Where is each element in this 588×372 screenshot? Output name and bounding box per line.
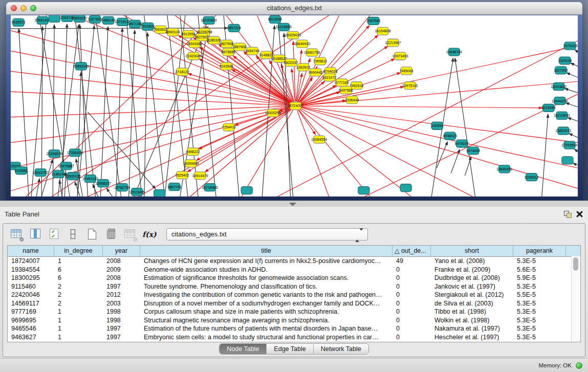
network-node[interactable]: 1362615 [296, 63, 310, 71]
table-row[interactable]: 1872400712008Changes of HCN gene express… [8, 257, 580, 266]
network-node[interactable]: 2336444 [345, 96, 359, 104]
network-node[interactable]: 20853346 [73, 62, 89, 70]
panel-divider[interactable] [0, 201, 588, 207]
network-node[interactable]: 7254410 [222, 123, 236, 131]
network-node[interactable]: 9498222 [186, 148, 200, 156]
table-row[interactable]: 969969511998Structural magnetic resonanc… [8, 316, 580, 325]
network-node[interactable] [358, 187, 369, 194]
network-node[interactable]: 10653287 [72, 15, 88, 22]
table-row[interactable]: 977716911998Corpus callosum shape and si… [8, 308, 580, 316]
network-node[interactable]: 16033809 [201, 16, 216, 24]
network-node[interactable]: 18724007 [288, 102, 303, 110]
network-node[interactable]: 9990442 [309, 69, 322, 76]
table-mode-button[interactable]: ⚙ [10, 227, 23, 242]
network-node[interactable]: 9777169 [335, 79, 349, 86]
network-node[interactable]: 9435572 [11, 18, 25, 26]
network-node[interactable]: 16961758 [304, 49, 320, 56]
table-row[interactable]: 1938455462009Genome-wide association stu… [8, 266, 580, 274]
tab-edge-table[interactable]: Edge Table [267, 344, 313, 354]
network-node[interactable]: 16648784 [446, 48, 462, 56]
network-node[interactable]: 12093832 [551, 83, 567, 91]
divider-collapse-handle[interactable] [289, 203, 296, 206]
network-graph[interactable]: 9435572206914062093714106532871327602646… [11, 15, 578, 196]
network-node[interactable]: 7515526 [141, 23, 155, 30]
table-row[interactable]: 946554611997Estimation of the future num… [8, 324, 580, 333]
network-node[interactable]: 16782759 [114, 184, 130, 191]
network-node[interactable]: 8186328 [207, 36, 221, 44]
network-node[interactable]: 1329196 [558, 57, 572, 64]
network-node[interactable]: 18325419 [285, 31, 301, 39]
network-node[interactable]: 140954 [431, 122, 443, 129]
network-node[interactable]: 18300295 [265, 109, 281, 117]
network-node[interactable]: 2718120 [175, 68, 189, 76]
network-node[interactable]: 16210643 [554, 112, 570, 119]
network-node[interactable]: 12444154 [552, 97, 568, 105]
column-header-year[interactable]: year [103, 246, 140, 256]
column-header-out_degree[interactable]: △ out_de... [393, 246, 431, 256]
function-builder-button[interactable]: f(x) [142, 227, 156, 242]
network-node[interactable]: 7625402 [175, 171, 189, 179]
network-node[interactable]: 16099489 [183, 160, 199, 167]
network-node[interactable]: 8938923 [443, 132, 457, 140]
network-node[interactable]: 19384554 [311, 136, 327, 143]
network-node[interactable]: 20691406 [35, 16, 51, 24]
scrollbar-thumb[interactable] [573, 257, 578, 271]
create-column-button[interactable] [67, 227, 80, 242]
network-node[interactable]: 19218586 [276, 23, 292, 31]
tab-node-table[interactable]: Node Table [220, 344, 267, 354]
table-row[interactable]: 946362711997Embryonic stem cells: a mode… [8, 333, 580, 342]
network-node[interactable]: 20206576 [47, 150, 62, 158]
network-node[interactable]: 6497568 [339, 86, 353, 94]
network-node[interactable]: 9827508 [220, 40, 234, 48]
delete-column-button[interactable] [104, 227, 118, 242]
network-node[interactable]: 12975115 [402, 82, 418, 90]
network-node[interactable]: 8675685 [222, 48, 235, 56]
network-node[interactable]: 2087682 [366, 17, 380, 25]
network-node[interactable] [562, 157, 573, 164]
network-node[interactable]: 8454749 [246, 47, 259, 55]
network-node[interactable]: 12923465 [129, 188, 145, 196]
network-node[interactable]: 18640910 [294, 40, 310, 48]
show-columns-button[interactable] [29, 227, 42, 242]
network-window-titlebar[interactable]: citations_edges.txt [6, 2, 582, 15]
network-node[interactable]: 16543382 [186, 40, 202, 48]
column-header-short[interactable]: short [431, 246, 513, 256]
network-node[interactable]: 12213967 [385, 39, 401, 47]
network-node[interactable]: 13505123 [65, 172, 81, 180]
network-node[interactable]: 16154808 [375, 27, 390, 35]
network-node[interactable]: 1327602 [88, 15, 102, 23]
table-row[interactable]: 2242004622012Investigating the contribut… [8, 291, 580, 299]
network-node[interactable]: 17016504 [561, 141, 577, 149]
network-node[interactable]: 16914479 [192, 172, 208, 180]
network-node[interactable]: 9242848 [220, 62, 233, 70]
network-node[interactable]: 3227343 [554, 67, 568, 74]
network-node[interactable]: 9245012 [525, 173, 538, 181]
close-panel-icon[interactable] [576, 211, 583, 217]
tab-network-table[interactable]: Network Table [314, 344, 368, 354]
network-node[interactable] [49, 15, 60, 22]
network-node[interactable]: 10975887 [58, 162, 74, 170]
network-node[interactable]: 8215958 [541, 104, 555, 112]
network-node[interactable]: 8660124 [166, 28, 180, 36]
network-node[interactable]: 15718485 [202, 184, 217, 191]
column-header-title[interactable]: title [140, 246, 393, 256]
network-node[interactable]: 6466140 [101, 16, 115, 24]
network-node[interactable]: 10973493 [392, 52, 408, 60]
network-node[interactable]: 17359928 [67, 149, 83, 157]
table-scrollbar[interactable] [571, 256, 580, 342]
network-node[interactable] [154, 190, 165, 196]
network-node[interactable]: 7485063 [399, 67, 413, 75]
network-node[interactable]: 7955812 [313, 57, 327, 65]
network-node[interactable]: 1145194 [52, 170, 66, 178]
network-node[interactable]: 10640452 [496, 165, 512, 173]
network-node[interactable]: 9857791 [167, 183, 181, 191]
network-node[interactable]: 9474444 [466, 147, 480, 155]
network-node[interactable] [400, 184, 411, 192]
network-node[interactable]: 8912954 [181, 30, 195, 38]
network-node[interactable] [241, 187, 252, 194]
table-row[interactable]: 1830029562008Estimation of significance … [8, 274, 580, 282]
select-columns-button[interactable]: ✔ ✔ [48, 227, 61, 242]
new-table-button[interactable] [85, 227, 99, 242]
column-header-in_degree[interactable]: in_degree [54, 246, 103, 256]
network-node[interactable]: 8813054 [268, 15, 282, 23]
